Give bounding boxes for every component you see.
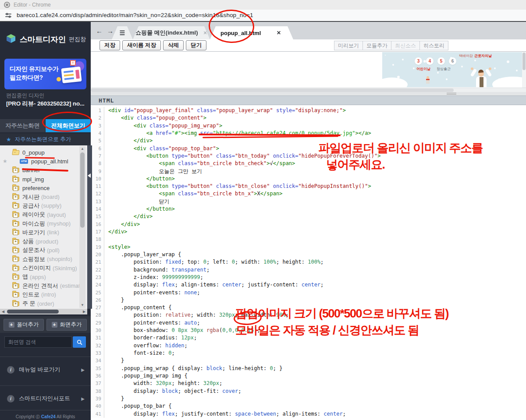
maintenance-ad-banner[interactable]: 디자인 유지보수가 필요하다면? bbox=[4, 59, 86, 89]
code-line[interactable]: 13 닫기 bbox=[91, 198, 526, 205]
tree-vertical-scrollbar[interactable]: ▲ ▼ bbox=[79, 146, 85, 308]
tab-shop-main[interactable]: 쇼핑몰 메인(index.html) ✕ bbox=[133, 26, 210, 39]
code-editor[interactable]: 1<div id="popup_layer_final" class="popu… bbox=[91, 105, 526, 420]
preview-button[interactable]: 미리보기 bbox=[334, 41, 363, 50]
tab-all-screens[interactable]: 전체화면보기 bbox=[46, 119, 91, 132]
code-line[interactable]: 35 .popup_img_wrap { display: block; lin… bbox=[91, 365, 526, 372]
favorite-star-icon[interactable]: ★ bbox=[3, 158, 7, 164]
code-line[interactable]: 7 <button type="button" class="btn_today… bbox=[91, 152, 526, 160]
tab-favorite-screens[interactable]: 자주쓰는화면 bbox=[0, 119, 45, 132]
scroll-right-icon[interactable]: ▶ bbox=[81, 309, 87, 314]
browser-url-bar[interactable]: bareco1.cafe24.com/disp/admin/editor/mai… bbox=[0, 10, 526, 21]
code-line[interactable]: 32 overflow: hidden; bbox=[91, 342, 526, 349]
scroll-left-icon[interactable]: ◀ bbox=[0, 309, 6, 314]
code-line[interactable]: 40 .popup_top_bar { bbox=[91, 402, 526, 410]
code-line[interactable]: 15 </div> bbox=[91, 213, 526, 220]
splitter-grip-icon[interactable] bbox=[447, 93, 456, 95]
code-line[interactable]: 18 bbox=[91, 236, 526, 243]
code-line[interactable]: 3 <div class="popup_img_wrap"> bbox=[91, 122, 526, 130]
preview-code-splitter[interactable] bbox=[91, 92, 526, 95]
add-module-button[interactable]: 모듈추가 bbox=[363, 41, 391, 50]
close-icon[interactable]: ✕ bbox=[203, 30, 207, 36]
code-line[interactable]: 33 font-size: 0; bbox=[91, 349, 526, 357]
sidebar-collapse-handle[interactable] bbox=[87, 145, 92, 309]
code-line[interactable]: 10 </button> bbox=[91, 175, 526, 183]
code-line[interactable]: 5 </div> bbox=[91, 137, 526, 145]
tree-item[interactable]: 스킨이미지(SkinImg) bbox=[0, 264, 87, 272]
tree-horizontal-scrollbar[interactable]: ◀ ▶ bbox=[0, 309, 87, 314]
scroll-down-icon[interactable]: ▼ bbox=[79, 303, 85, 308]
tree-item[interactable]: 앱(apps) bbox=[0, 272, 87, 281]
code-line[interactable]: 28 position: relative; width: 320px; max… bbox=[91, 311, 526, 319]
url-text[interactable]: bareco1.cafe24.com/disp/admin/editor/mai… bbox=[17, 12, 253, 18]
code-line[interactable]: 38 display: block; object-fit: cover; bbox=[91, 388, 526, 395]
tree-item[interactable]: ★HTMpopup_all.html bbox=[0, 157, 87, 166]
history-button[interactable]: 히스토리 bbox=[419, 41, 448, 50]
add-screen-button[interactable]: + 화면추가 bbox=[46, 319, 87, 331]
code-line[interactable]: 39 } bbox=[91, 395, 526, 402]
code-line[interactable]: 23 z-index: 999999999999; bbox=[91, 274, 526, 281]
tree-item[interactable]: 게시판(board) bbox=[0, 192, 87, 201]
close-button[interactable]: 닫기 bbox=[186, 40, 206, 50]
code-line[interactable]: 16 </div> bbox=[91, 221, 526, 228]
tree-item[interactable]: 바로가기(link) bbox=[0, 228, 87, 237]
code-line[interactable]: 14 </button> bbox=[91, 205, 526, 213]
code-line[interactable]: 1<div id="popup_layer_final" class="popu… bbox=[91, 107, 526, 114]
code-line[interactable]: 22 background: transparent; bbox=[91, 266, 526, 274]
code-line[interactable]: 36 .popup_img_wrap img { bbox=[91, 372, 526, 380]
tab-popup-all[interactable]: popup_all.html ✕ bbox=[210, 26, 293, 39]
code-line[interactable]: 17</div> bbox=[91, 228, 526, 236]
search-button[interactable] bbox=[73, 336, 86, 348]
screen-search-input[interactable] bbox=[4, 336, 72, 348]
code-line[interactable]: 4 <a href="#"><img src="https://bareco1.… bbox=[91, 130, 526, 137]
tree-item[interactable]: 0_popup bbox=[0, 148, 87, 157]
tree-item[interactable]: 상품(product) bbox=[0, 237, 87, 246]
code-line[interactable]: 21 position: fixed; top: 0; left: 0; wid… bbox=[91, 258, 526, 266]
add-favorite-row[interactable]: ★ 자주쓰는화면으로 추가 bbox=[0, 134, 91, 145]
site-settings-icon[interactable] bbox=[5, 12, 12, 21]
delete-button[interactable]: 삭제 bbox=[163, 40, 184, 50]
tree-item[interactable]: mpl_img bbox=[0, 175, 87, 184]
tree-item[interactable]: 레이아웃(layout) bbox=[0, 210, 87, 219]
code-line[interactable]: 20 .popup_layer_wrap { bbox=[91, 251, 526, 258]
tree-item[interactable]: 온라인 견적서(estimate) bbox=[0, 281, 87, 290]
code-line[interactable]: 12 <span class="btn_circle btn_x">X</spa… bbox=[91, 190, 526, 198]
tree-item[interactable]: 쇼핑정보(shopinfo) bbox=[0, 255, 87, 264]
scroll-up-icon[interactable]: ▲ bbox=[79, 146, 85, 152]
add-folder-button[interactable]: + 폴더추가 bbox=[4, 319, 44, 331]
code-line[interactable]: 8 <span class="btn_circle btn_check">√</… bbox=[91, 160, 526, 167]
close-icon[interactable]: ✕ bbox=[277, 30, 281, 36]
tree-item[interactable]: 주 문(order) bbox=[0, 299, 87, 308]
code-line[interactable]: 6 <div class="popup_top_bar"> bbox=[91, 145, 526, 152]
code-line[interactable]: 30 box-shadow: 0 8px 30px rgba(0,0,0,0.1… bbox=[91, 327, 526, 334]
code-line[interactable]: 29 pointer-events: auto; bbox=[91, 319, 526, 327]
latest-source-button[interactable]: 최신소스 bbox=[391, 41, 420, 50]
tree-item[interactable]: 인트로(intro) bbox=[0, 290, 87, 299]
scrollbar-thumb[interactable] bbox=[7, 310, 59, 314]
preview-vertical-scrollbar[interactable] bbox=[522, 52, 526, 88]
code-line[interactable]: 24 display: flex; align-items: center; j… bbox=[91, 281, 526, 289]
code-line[interactable]: 11 <button type="button" class="btn_clos… bbox=[91, 183, 526, 190]
tree-item[interactable]: preference bbox=[0, 184, 87, 192]
scrollbar-thumb[interactable] bbox=[80, 152, 85, 228]
code-line[interactable]: 41 display: flex; justify-content: space… bbox=[91, 410, 526, 418]
save-button[interactable]: 저장 bbox=[100, 40, 120, 50]
preview-horizontal-scrollbar[interactable] bbox=[91, 88, 526, 92]
tree-item[interactable]: 마이쇼핑(myshop) bbox=[0, 219, 87, 228]
page-preview-pane[interactable]: 택배마감근로자의날 3456 어린이날 정상출근 bbox=[91, 52, 526, 88]
code-line[interactable]: 26 } bbox=[91, 296, 526, 304]
code-line[interactable]: 19<style> bbox=[91, 244, 526, 251]
smartdesign-support-link[interactable]: i 스마트디자인서포트 ▶ bbox=[0, 389, 91, 408]
code-line[interactable]: 37 width: 320px; height: 320px; bbox=[91, 380, 526, 387]
code-line[interactable]: 34 } bbox=[91, 357, 526, 364]
save-as-button[interactable]: 새이름 저장 bbox=[122, 40, 161, 50]
tree-item[interactable]: 공급사(supply) bbox=[0, 201, 87, 210]
code-line[interactable]: 27 .popup_content { bbox=[91, 304, 526, 311]
code-line[interactable]: 31 border-radius: 12px; bbox=[91, 334, 526, 342]
code-line[interactable]: 25 pointer-events: none; bbox=[91, 289, 526, 296]
tree-item[interactable]: banner bbox=[0, 166, 87, 175]
tree-item[interactable]: 설문조사(poll) bbox=[0, 246, 87, 254]
manual-shortcut-link[interactable]: i 매뉴얼 바로가기 ▶ bbox=[0, 360, 91, 379]
code-line[interactable]: 2 <div class="popup_content"> bbox=[91, 114, 526, 122]
code-line[interactable]: 9 오늘은 그만 보기 bbox=[91, 168, 526, 175]
